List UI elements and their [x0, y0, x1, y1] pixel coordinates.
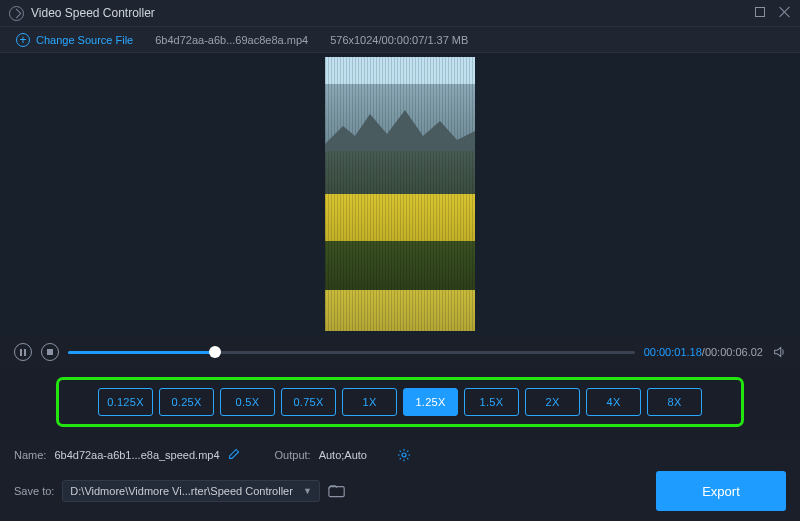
window-close-button[interactable] [779, 6, 791, 20]
chevron-down-icon: ▼ [303, 486, 312, 496]
speed-4x-button[interactable]: 4X [586, 388, 641, 416]
total-time: 00:00:06.02 [705, 346, 763, 358]
speed-options-group: 0.125X0.25X0.5X0.75X1X1.25X1.5X2X4X8X [56, 377, 744, 427]
speed-1x-button[interactable]: 1X [342, 388, 397, 416]
output-label: Output: [275, 449, 311, 461]
output-settings-button[interactable] [397, 448, 411, 462]
name-label: Name: [14, 449, 46, 461]
speed-2x-button[interactable]: 2X [525, 388, 580, 416]
speed-0.25x-button[interactable]: 0.25X [159, 388, 214, 416]
source-file-meta: 576x1024/00:00:07/1.37 MB [330, 34, 468, 46]
window-title: Video Speed Controller [31, 6, 155, 20]
save-path-value: D:\Vidmore\Vidmore Vi...rter\Speed Contr… [70, 485, 293, 497]
svg-point-0 [402, 453, 406, 457]
speed-0.5x-button[interactable]: 0.5X [220, 388, 275, 416]
save-path-dropdown[interactable]: D:\Vidmore\Vidmore Vi...rter\Speed Contr… [62, 480, 319, 502]
output-name-value: 6b4d72aa-a6b1...e8a_speed.mp4 [54, 449, 219, 461]
speed-0.75x-button[interactable]: 0.75X [281, 388, 336, 416]
speed-8x-button[interactable]: 8X [647, 388, 702, 416]
source-file-name: 6b4d72aa-a6b...69ac8e8a.mp4 [155, 34, 308, 46]
progress-slider[interactable] [68, 343, 635, 361]
speed-1.5x-button[interactable]: 1.5X [464, 388, 519, 416]
change-source-file-button[interactable]: + Change Source File [16, 33, 133, 47]
output-format-value: Auto;Auto [319, 449, 389, 461]
stop-icon [47, 349, 53, 355]
volume-button[interactable] [772, 345, 786, 359]
time-display: 00:00:01.18/00:00:06.02 [644, 346, 763, 358]
speed-0.125x-button[interactable]: 0.125X [98, 388, 153, 416]
progress-fill [68, 351, 215, 354]
progress-knob[interactable] [209, 346, 221, 358]
export-button[interactable]: Export [656, 471, 786, 511]
svg-rect-1 [329, 487, 344, 497]
export-label: Export [702, 484, 740, 499]
video-preview-area [0, 53, 800, 335]
video-thumbnail [325, 57, 475, 331]
speed-1.25x-button[interactable]: 1.25X [403, 388, 458, 416]
change-source-label: Change Source File [36, 34, 133, 46]
open-folder-button[interactable] [328, 484, 346, 498]
edit-name-button[interactable] [228, 447, 241, 463]
app-logo-icon [9, 6, 24, 21]
stop-button[interactable] [41, 343, 59, 361]
window-maximize-button[interactable] [755, 7, 765, 19]
save-to-label: Save to: [14, 485, 54, 497]
pause-icon [20, 349, 26, 356]
plus-circle-icon: + [16, 33, 30, 47]
pause-button[interactable] [14, 343, 32, 361]
current-time: 00:00:01.18 [644, 346, 702, 358]
